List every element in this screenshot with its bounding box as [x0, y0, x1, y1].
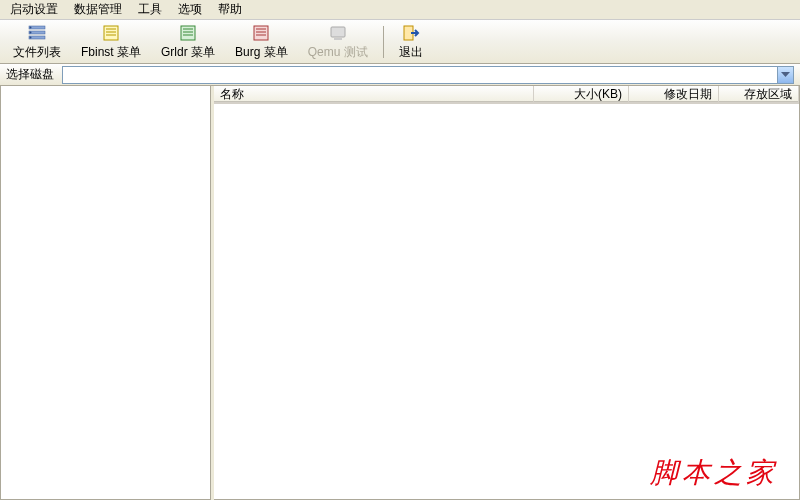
svg-point-5 — [30, 36, 32, 38]
exit-button[interactable]: 退出 — [390, 22, 432, 62]
disk-select-label: 选择磁盘 — [6, 66, 54, 83]
burg-label: Burg 菜单 — [235, 44, 288, 61]
fbinst-menu-button[interactable]: Fbinst 菜单 — [72, 22, 150, 62]
qemu-icon — [328, 23, 348, 43]
list-panel: 名称 大小(KB) 修改日期 存放区域 — [214, 86, 800, 500]
fbinst-icon — [101, 23, 121, 43]
svg-point-4 — [30, 31, 32, 33]
menu-data-management[interactable]: 数据管理 — [68, 0, 128, 20]
grldr-icon — [178, 23, 198, 43]
file-list-body[interactable] — [214, 104, 799, 499]
fbinst-label: Fbinst 菜单 — [81, 44, 141, 61]
disk-select-bar: 选择磁盘 — [0, 64, 800, 86]
exit-label: 退出 — [399, 44, 423, 61]
file-list-label: 文件列表 — [13, 44, 61, 61]
svg-point-3 — [30, 26, 32, 28]
main-content: 名称 大小(KB) 修改日期 存放区域 — [0, 86, 800, 500]
toolbar: 文件列表 Fbinst 菜单 Grldr 菜单 — [0, 20, 800, 64]
burg-menu-button[interactable]: Burg 菜单 — [226, 22, 297, 62]
menu-tools[interactable]: 工具 — [132, 0, 168, 20]
exit-icon — [401, 23, 421, 43]
grldr-label: Grldr 菜单 — [161, 44, 215, 61]
svg-rect-19 — [334, 38, 342, 40]
disk-select-combobox[interactable] — [62, 66, 794, 84]
grldr-menu-button[interactable]: Grldr 菜单 — [152, 22, 224, 62]
col-size[interactable]: 大小(KB) — [534, 86, 629, 103]
burg-icon — [251, 23, 271, 43]
svg-rect-10 — [181, 26, 195, 40]
menu-boot-settings[interactable]: 启动设置 — [4, 0, 64, 20]
menu-bar: 启动设置 数据管理 工具 选项 帮助 — [0, 0, 800, 20]
menu-options[interactable]: 选项 — [172, 0, 208, 20]
svg-rect-6 — [104, 26, 118, 40]
file-list-button[interactable]: 文件列表 — [4, 22, 70, 62]
menu-help[interactable]: 帮助 — [212, 0, 248, 20]
svg-rect-18 — [331, 27, 345, 37]
col-mtime[interactable]: 修改日期 — [629, 86, 719, 103]
tree-panel[interactable] — [0, 86, 211, 500]
toolbar-separator — [383, 26, 384, 58]
column-headers: 名称 大小(KB) 修改日期 存放区域 — [214, 86, 799, 104]
svg-rect-14 — [254, 26, 268, 40]
qemu-test-button: Qemu 测试 — [299, 22, 377, 62]
qemu-label: Qemu 测试 — [308, 44, 368, 61]
chevron-down-icon[interactable] — [777, 67, 793, 83]
file-list-icon — [27, 23, 47, 43]
col-name[interactable]: 名称 — [214, 86, 534, 103]
col-area[interactable]: 存放区域 — [719, 86, 799, 103]
